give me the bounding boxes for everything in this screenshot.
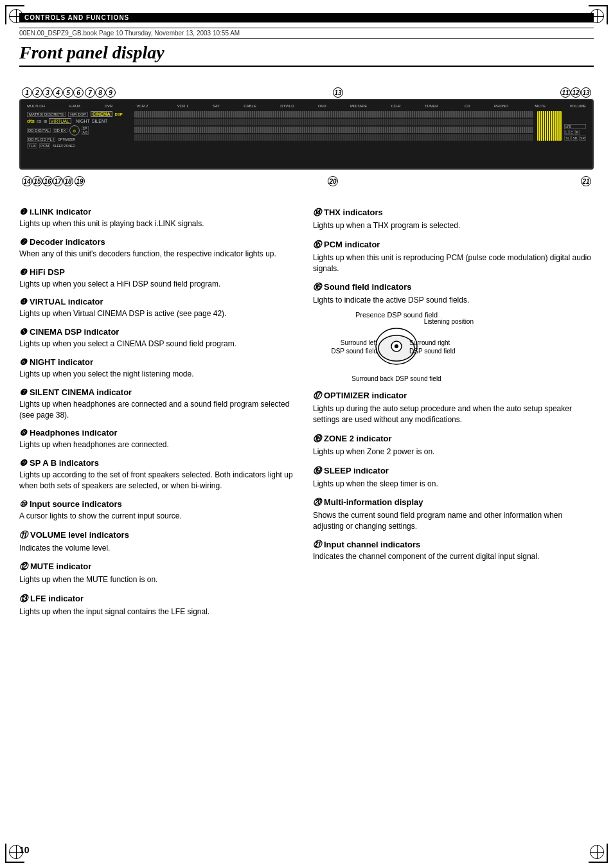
indicator-13: ⑬ LFE indicator Lights up when the input… <box>19 593 300 617</box>
indicator-title-3: HiFi DSP <box>30 267 65 277</box>
bottom-number-row: 14 15 16 17 18 19 20 21 <box>19 175 594 188</box>
indicator-title-1: i.LINK indicator <box>30 207 91 217</box>
indicator-desc-1: Lights up when this unit is playing back… <box>19 218 300 229</box>
indicator-num-9: ❾ <box>19 458 27 468</box>
left-column: ❶ i.LINK indicator Lights up when this u… <box>19 207 300 625</box>
indicator-2: ❷ Decoder indicators When any of this un… <box>19 237 300 260</box>
indicator-num-6: ❻ <box>19 357 27 367</box>
indicator-num-1: ❶ <box>19 207 27 217</box>
indicator-num-12: ⑫ <box>19 561 28 572</box>
sound-field-diagram: Presence DSP sound field Surround leftDS… <box>326 311 467 382</box>
top-number-row: 1 2 3 4 5 6 7 8 9 13 11 12 13 <box>19 86 594 99</box>
num-2: 2 <box>32 87 42 98</box>
indicator-title-10: Input source indicators <box>30 499 122 509</box>
indicator-title-18: ZONE 2 indicator <box>324 434 391 443</box>
indicator-title-11: VOLUME level indicators <box>30 530 129 540</box>
section-header: CONTROLS AND FUNCTIONS <box>19 13 594 22</box>
num-11: 11 <box>560 87 571 98</box>
indicator-desc-8: Lights up when headphones are connected. <box>19 439 300 450</box>
indicator-5: ❺ CINEMA DSP indicator Lights up when yo… <box>19 327 300 350</box>
indicator-desc-17: Lights up during the auto setup procedur… <box>313 403 594 425</box>
num-17: 17 <box>53 176 63 186</box>
indicator-title-14: THX indicators <box>324 208 383 217</box>
indicator-8: ❽ Headphones indicator Lights up when he… <box>19 428 300 450</box>
indicator-title-9: SP A B indicators <box>30 458 99 468</box>
num-21: 21 <box>581 176 591 186</box>
indicator-desc-18: Lights up when Zone 2 power is on. <box>313 447 594 457</box>
crosshair-tr <box>590 9 604 23</box>
indicator-desc-11: Indicates the volume level. <box>19 543 300 554</box>
file-info: 00EN.00_DSPZ9_GB.book Page 10 Thursday, … <box>19 28 594 39</box>
num-16: 16 <box>42 176 53 186</box>
indicator-desc-14: Lights up when a THX program is selected… <box>313 220 594 231</box>
num-3: 3 <box>42 87 53 98</box>
indicator-num-15: ⑮ <box>313 239 321 251</box>
indicator-12: ⑫ MUTE indicator Lights up when the MUTE… <box>19 561 300 585</box>
indicator-num-5: ❺ <box>19 327 27 337</box>
content-area: ❶ i.LINK indicator Lights up when this u… <box>19 207 594 625</box>
indicator-desc-7: Lights up when headphones are connected … <box>19 399 300 421</box>
indicator-title-7: SILENT CINEMA indicator <box>30 387 132 397</box>
num-19: 19 <box>75 176 85 186</box>
num-9: 9 <box>105 87 116 98</box>
num-6: 6 <box>73 87 84 98</box>
indicator-title-4: VIRTUAL indicator <box>30 297 103 306</box>
indicator-desc-4: Lights up when Virtual CINEMA DSP is act… <box>19 308 300 319</box>
num-5: 5 <box>63 87 73 98</box>
indicator-num-14: ⑭ <box>313 207 321 218</box>
indicator-4: ❹ VIRTUAL indicator Lights up when Virtu… <box>19 297 300 319</box>
num-4: 4 <box>53 87 63 98</box>
indicator-num-18: ⑱ <box>313 433 321 445</box>
indicator-title-2: Decoder indicators <box>30 237 105 247</box>
indicator-1: ❶ i.LINK indicator Lights up when this u… <box>19 207 300 229</box>
indicator-desc-6: Lights up when you select the night list… <box>19 369 300 380</box>
sfd-right-label: Surround rightDSP sound field <box>409 339 467 355</box>
indicator-14: ⑭ THX indicators Lights up when a THX pr… <box>313 207 594 231</box>
indicator-desc-12: Lights up when the MUTE function is on. <box>19 574 300 585</box>
indicator-desc-19: Lights up when the sleep timer is on. <box>313 479 594 490</box>
num-20: 20 <box>328 176 338 186</box>
right-column: ⑭ THX indicators Lights up when a THX pr… <box>313 207 594 625</box>
indicator-3: ❸ HiFi DSP Lights up when you select a H… <box>19 267 300 290</box>
indicator-6: ❻ NIGHT indicator Lights up when you sel… <box>19 357 300 380</box>
indicator-num-19: ⑲ <box>313 465 321 477</box>
num-15: 15 <box>32 176 42 186</box>
indicator-desc-16: Lights to indicate the active DSP sound … <box>313 295 594 306</box>
indicator-num-17: ⑰ <box>313 390 321 402</box>
indicator-9: ❾ SP A B indicators Lights up according … <box>19 458 300 492</box>
indicator-17: ⑰ OPTIMIZER indicator Lights up during t… <box>313 390 594 425</box>
indicator-title-16: Sound field indicators <box>324 282 412 292</box>
svg-point-3 <box>395 344 398 348</box>
indicator-num-7: ❼ <box>19 387 27 397</box>
num-7: 7 <box>85 87 95 98</box>
indicator-18: ⑱ ZONE 2 indicator Lights up when Zone 2… <box>313 433 594 457</box>
section-label: CONTROLS AND FUNCTIONS <box>24 14 129 21</box>
indicator-num-13: ⑬ <box>19 593 28 605</box>
sfd-bottom-label: Surround back DSP sound field <box>326 375 467 382</box>
indicator-num-21: ㉑ <box>313 540 321 549</box>
indicator-16: ⑯ Sound field indicators Lights to indic… <box>313 281 594 382</box>
indicator-num-16: ⑯ <box>313 281 321 293</box>
device-display-panel: MULTI CH V-AUX DVR VCR 2 VCR 1 SAT CABLE… <box>19 99 594 170</box>
indicator-15: ⑮ PCM indicator Lights up when this unit… <box>313 239 594 274</box>
indicator-21: ㉑ Input channel indicators Indicates the… <box>313 540 594 562</box>
indicator-desc-10: A cursor lights to show the current inpu… <box>19 511 300 522</box>
num-1: 1 <box>22 87 32 98</box>
indicator-title-8: Headphones indicator <box>30 428 118 438</box>
indicator-desc-21: Indicates the channel component of the c… <box>313 551 594 562</box>
indicator-title-12: MUTE indicator <box>30 562 91 571</box>
num-18: 18 <box>63 176 73 186</box>
indicator-title-21: Input channel indicators <box>324 540 420 549</box>
indicator-num-3: ❸ <box>19 267 27 277</box>
sfd-listening-label: Listening position <box>424 317 474 326</box>
indicator-desc-13: Lights up when the input signal contains… <box>19 607 300 617</box>
indicator-desc-2: When any of this unit's decoders functio… <box>19 249 300 260</box>
num-12: 12 <box>571 87 581 98</box>
indicator-title-13: LFE indicator <box>30 594 84 603</box>
indicator-title-5: CINEMA DSP indicator <box>30 327 119 337</box>
crosshair-br <box>590 845 604 859</box>
page-number: 10 <box>19 845 30 855</box>
indicator-10: ⑩ Input source indicators A cursor light… <box>19 499 300 522</box>
indicator-title-6: NIGHT indicator <box>30 357 93 367</box>
num-13a: 13 <box>333 87 343 98</box>
